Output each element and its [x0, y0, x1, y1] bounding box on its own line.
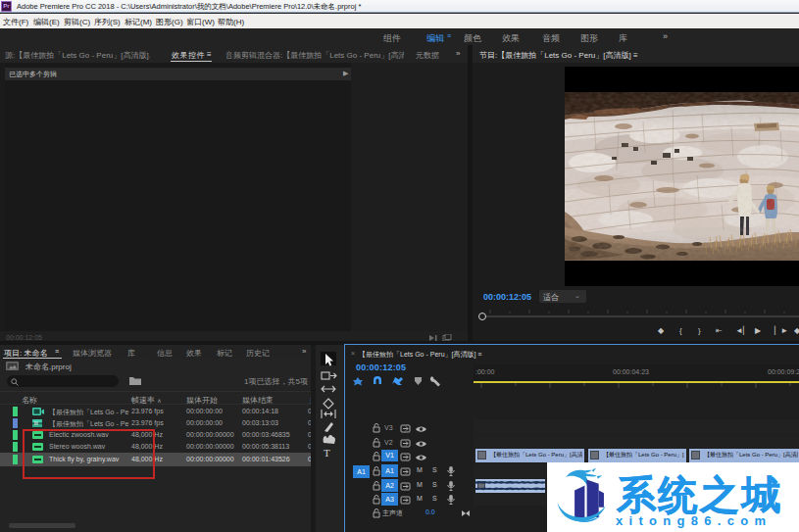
svg-text:T: T	[324, 447, 330, 459]
